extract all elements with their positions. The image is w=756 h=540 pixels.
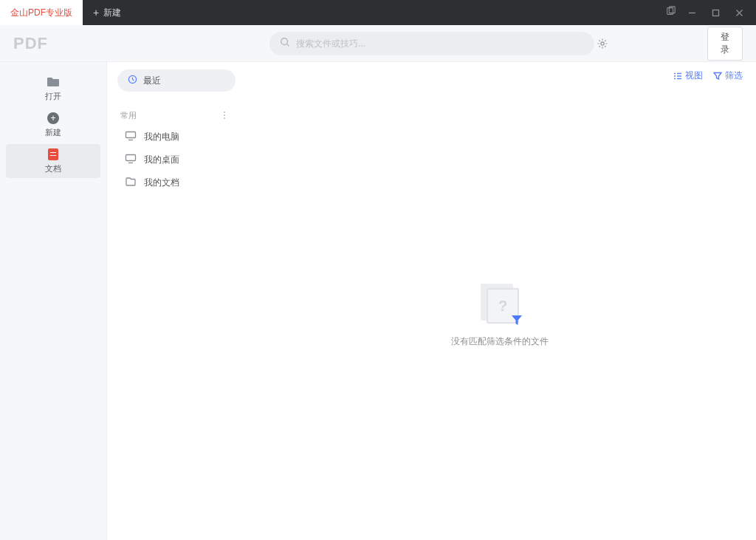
list-icon <box>673 72 682 81</box>
folder-icon <box>47 76 60 88</box>
svg-point-6 <box>281 38 288 44</box>
secondary-panel: 最近 常用 我的电脑 我的桌面 我的文档 <box>107 62 244 540</box>
panel-item-computer[interactable]: 我的电脑 <box>117 126 236 148</box>
svg-rect-3 <box>712 10 718 16</box>
empty-state: ? 没有匹配筛选条件的文件 <box>244 284 756 348</box>
panel-item-label: 我的电脑 <box>144 131 179 143</box>
panel-item-documents[interactable]: 我的文档 <box>117 171 236 194</box>
filter-toggle[interactable]: 筛选 <box>713 69 743 82</box>
svg-point-10 <box>224 112 225 113</box>
sidebar-item-docs[interactable]: 文档 <box>6 144 100 178</box>
sidebar-item-new[interactable]: + 新建 <box>6 108 100 142</box>
tab-app[interactable]: 金山PDF专业版 <box>0 0 83 25</box>
main-actions: 视图 筛选 <box>244 69 743 82</box>
plus-circle-icon: + <box>47 112 60 124</box>
svg-point-12 <box>224 117 225 119</box>
panel-item-label: 我的文档 <box>144 177 179 189</box>
sidebar-item-label: 打开 <box>45 91 61 102</box>
titlebar: 金山PDF专业版 + 新建 <box>0 0 756 25</box>
common-label: 常用 <box>120 110 137 121</box>
funnel-icon <box>713 72 722 81</box>
overlay-icon[interactable] <box>666 6 676 19</box>
search-icon <box>280 37 290 50</box>
close-button[interactable] <box>731 4 747 21</box>
login-button[interactable]: 登录 <box>707 27 743 61</box>
more-button[interactable] <box>219 109 230 121</box>
tab-new-label: 新建 <box>103 7 121 19</box>
document-icon <box>47 148 60 160</box>
main-area: 视图 筛选 ? 没有匹配筛选条件的文件 <box>244 62 756 540</box>
svg-point-8 <box>601 41 604 44</box>
sidebar-item-open[interactable]: 打开 <box>6 72 100 106</box>
recent-label: 最近 <box>143 75 161 87</box>
svg-point-11 <box>224 115 225 116</box>
recent-pill[interactable]: 最近 <box>117 69 236 92</box>
empty-text: 没有匹配筛选条件的文件 <box>451 335 549 348</box>
computer-icon <box>125 131 137 143</box>
svg-rect-13 <box>126 132 136 138</box>
settings-button[interactable] <box>594 33 611 55</box>
desktop-icon <box>125 154 137 166</box>
maximize-button[interactable] <box>707 4 724 21</box>
svg-rect-15 <box>126 155 136 161</box>
filter-label: 筛选 <box>725 69 743 82</box>
minimize-button[interactable] <box>684 4 700 21</box>
toolbar: PDF 登录 <box>0 25 756 62</box>
search-box[interactable] <box>269 32 594 55</box>
sidebar-item-label: 新建 <box>45 127 61 138</box>
common-header: 常用 <box>117 102 236 126</box>
panel-item-desktop[interactable]: 我的桌面 <box>117 148 236 171</box>
sidebar: 打开 + 新建 文档 <box>0 62 107 540</box>
window-controls <box>666 4 756 21</box>
sidebar-item-label: 文档 <box>45 163 61 174</box>
app-logo: PDF <box>13 34 48 53</box>
filter-badge-icon <box>510 313 523 327</box>
tab-new[interactable]: + 新建 <box>83 0 131 25</box>
svg-line-7 <box>287 44 289 46</box>
tab-app-label: 金山PDF专业版 <box>10 7 72 19</box>
documents-icon <box>125 177 137 189</box>
view-label: 视图 <box>685 69 703 82</box>
panel-item-label: 我的桌面 <box>144 154 179 166</box>
empty-illustration: ? <box>478 284 522 325</box>
search-input[interactable] <box>296 38 584 49</box>
view-toggle[interactable]: 视图 <box>673 69 703 82</box>
clock-icon <box>128 75 137 86</box>
plus-icon: + <box>93 7 99 18</box>
